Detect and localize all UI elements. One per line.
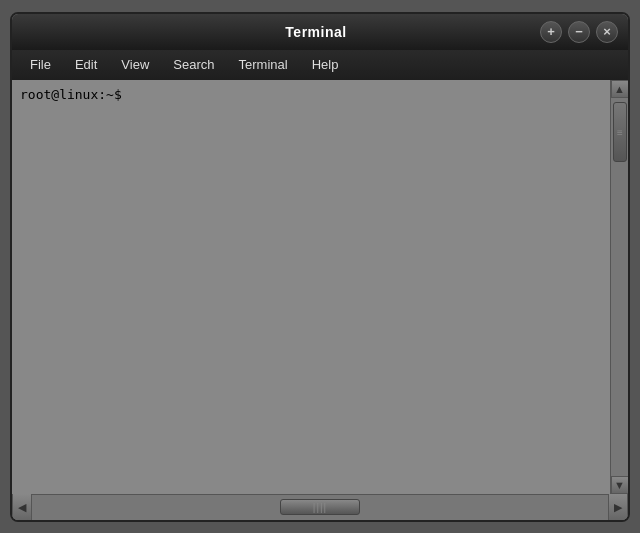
scroll-right-arrow[interactable]: ▶ bbox=[608, 494, 628, 520]
terminal-prompt: root@linux:~$ bbox=[20, 86, 602, 104]
menu-help[interactable]: Help bbox=[302, 53, 349, 76]
add-button[interactable]: + bbox=[540, 21, 562, 43]
menu-terminal[interactable]: Terminal bbox=[229, 53, 298, 76]
menu-search[interactable]: Search bbox=[163, 53, 224, 76]
menu-file[interactable]: File bbox=[20, 53, 61, 76]
menu-bar: File Edit View Search Terminal Help bbox=[12, 50, 628, 80]
terminal-window: Terminal + − × File Edit View Search Ter… bbox=[10, 12, 630, 522]
scroll-left-arrow[interactable]: ◀ bbox=[12, 494, 32, 520]
vertical-scrollbar: ▲ ▼ bbox=[610, 80, 628, 494]
minimize-button[interactable]: − bbox=[568, 21, 590, 43]
horizontal-scrollbar: ◀ ▶ bbox=[12, 494, 628, 520]
scroll-track-horizontal bbox=[32, 495, 608, 520]
menu-edit[interactable]: Edit bbox=[65, 53, 107, 76]
terminal-content[interactable]: root@linux:~$ bbox=[12, 80, 610, 494]
window-title: Terminal bbox=[92, 24, 540, 40]
title-bar: Terminal + − × bbox=[12, 14, 628, 50]
scroll-track-vertical bbox=[611, 98, 628, 476]
menu-view[interactable]: View bbox=[111, 53, 159, 76]
scroll-down-arrow[interactable]: ▼ bbox=[611, 476, 629, 494]
scroll-thumb-horizontal[interactable] bbox=[280, 499, 360, 515]
terminal-area: root@linux:~$ ▲ ▼ bbox=[12, 80, 628, 494]
close-button[interactable]: × bbox=[596, 21, 618, 43]
scroll-thumb-vertical[interactable] bbox=[613, 102, 627, 162]
window-controls: + − × bbox=[540, 21, 618, 43]
scroll-up-arrow[interactable]: ▲ bbox=[611, 80, 629, 98]
